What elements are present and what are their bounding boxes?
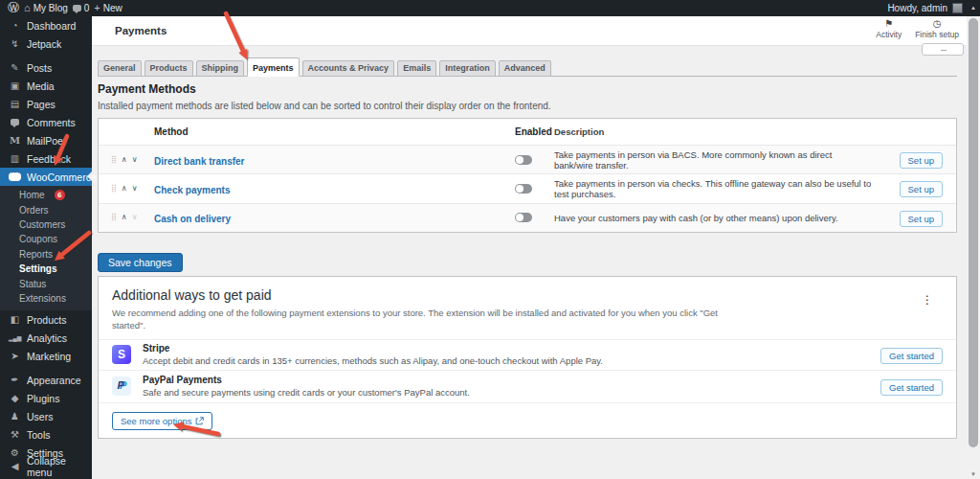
set-up-button[interactable]: Set up	[900, 152, 943, 169]
save-changes-button[interactable]: Save changes	[98, 253, 183, 272]
sidebar-item-marketing[interactable]: ➤ Marketing	[0, 347, 92, 365]
sidebar-item-analytics[interactable]: ▂▄▆ Analytics	[0, 329, 92, 347]
provider-row-paypal: P P PayPal Payments Safe and secure paym…	[99, 370, 956, 402]
woocommerce-submenu: Home 6 Orders Customers Coupons Reports …	[0, 186, 92, 310]
new-content-menu[interactable]: + New	[94, 3, 122, 13]
comments-shortcut[interactable]: 0	[73, 3, 90, 13]
activity-button[interactable]: ⚑ Activity	[876, 19, 902, 39]
sidebar-item-feedback[interactable]: ▥ Feedback	[0, 149, 92, 168]
get-started-button[interactable]: Get started	[880, 379, 943, 396]
posts-icon: ✎	[9, 63, 21, 73]
provider-description: Safe and secure payments using credit ca…	[143, 387, 470, 398]
sidebar-item-wc-reports[interactable]: Reports	[0, 247, 92, 262]
sidebar-item-wc-orders[interactable]: Orders	[0, 202, 92, 217]
column-enabled: Enabled	[515, 126, 554, 137]
payment-methods-table: Method Enabled Description ⣿ ∧ ∨ Direct …	[98, 118, 957, 233]
sidebar-item-dashboard[interactable]: ◔ Dashboard	[0, 16, 92, 34]
enabled-toggle[interactable]	[515, 155, 532, 165]
table-row: ⣿ ∧ ∨ Direct bank transfer Take payments…	[99, 145, 956, 173]
woocommerce-header: Payments ⚑ Activity ◷ Finish setup	[92, 16, 967, 46]
scrollbar-thumb[interactable]	[969, 18, 978, 447]
tab-general[interactable]: General	[98, 60, 142, 77]
tab-products[interactable]: Products	[145, 60, 193, 77]
tab-accounts-privacy[interactable]: Accounts & Privacy	[302, 60, 395, 77]
drag-handle-icon[interactable]: ⣿	[111, 214, 117, 221]
finish-setup-button[interactable]: ◷ Finish setup	[915, 19, 959, 39]
notification-badge: 6	[55, 190, 65, 200]
main-content: Payments ⚑ Activity ◷ Finish setup Gener…	[92, 16, 967, 479]
provider-row-stripe: S Stripe Accept debit and credit cards i…	[99, 339, 956, 370]
sidebar-item-wc-status[interactable]: Status	[0, 276, 92, 290]
flag-icon: ⚑	[884, 19, 893, 29]
table-header-row: Method Enabled Description	[99, 119, 956, 145]
move-down-icon[interactable]: ∨	[132, 214, 138, 221]
user-avatar[interactable]	[952, 3, 963, 13]
method-link[interactable]: Cash on delivery	[154, 214, 231, 224]
sidebar-item-posts[interactable]: ✎ Posts	[0, 58, 92, 77]
sidebar-item-wc-customers[interactable]: Customers	[0, 217, 92, 232]
move-up-icon[interactable]: ∧	[122, 156, 127, 164]
media-icon: ▣	[9, 81, 21, 91]
partial-popover	[922, 43, 964, 56]
kebab-menu-icon[interactable]: ⋮	[922, 294, 933, 306]
sidebar-item-products[interactable]: ◧ Products	[0, 310, 92, 329]
tab-emails[interactable]: Emails	[397, 60, 436, 77]
move-down-icon[interactable]: ∨	[132, 185, 138, 193]
sidebar-item-woocommerce[interactable]: WooCommerce	[0, 168, 92, 186]
sidebar-item-media[interactable]: ▣ Media	[0, 77, 92, 95]
tab-integration[interactable]: Integration	[439, 60, 496, 77]
pages-icon: ▤	[9, 100, 21, 109]
sidebar-item-plugins[interactable]: ◆ Plugins	[0, 389, 92, 407]
enabled-toggle[interactable]	[515, 184, 532, 194]
sidebar-item-wc-coupons[interactable]: Coupons	[0, 232, 92, 246]
sidebar-item-mailpoet[interactable]: M MailPoet	[0, 131, 92, 149]
browser-scrollbar[interactable]: ▲ ▼	[967, 0, 980, 479]
get-started-button[interactable]: Get started	[880, 348, 943, 364]
wordpress-logo-icon[interactable]: Ⓦ	[8, 0, 19, 16]
table-row: ⣿ ∧ ∨ Cash on delivery Have your custome…	[99, 203, 956, 232]
paypal-logo-icon: P P	[112, 376, 131, 396]
method-link[interactable]: Direct bank transfer	[154, 156, 244, 167]
howdy-account-menu[interactable]: Howdy, admin	[887, 3, 947, 13]
current-menu-notch	[87, 171, 92, 181]
sidebar-item-comments[interactable]: Comments	[0, 113, 92, 131]
enabled-toggle[interactable]	[515, 213, 532, 222]
sidebar-item-tools[interactable]: ⚒ Tools	[0, 425, 92, 444]
new-label: New	[103, 3, 122, 13]
sidebar-item-appearance[interactable]: ✒ Appearance	[0, 371, 92, 389]
tab-advanced[interactable]: Advanced	[499, 60, 551, 77]
comment-count: 0	[84, 3, 90, 13]
dashboard-icon: ◔	[9, 21, 21, 31]
tab-payments[interactable]: Payments	[247, 57, 300, 77]
drag-handle-icon[interactable]: ⣿	[111, 156, 117, 164]
method-link[interactable]: Check payments	[154, 185, 230, 195]
drag-handle-icon[interactable]: ⣿	[111, 185, 117, 193]
set-up-button[interactable]: Set up	[900, 211, 943, 227]
collapse-icon: ◀	[9, 462, 21, 471]
sidebar-item-wc-extensions[interactable]: Extensions	[0, 291, 92, 306]
scroll-up-icon[interactable]: ▲	[967, 0, 980, 16]
appearance-icon: ✒	[9, 376, 21, 385]
provider-name: Stripe	[143, 343, 603, 354]
stripe-logo-icon: S	[112, 345, 131, 364]
move-up-icon[interactable]: ∧	[122, 185, 127, 193]
additional-ways-card: Additional ways to get paid We recommend…	[98, 276, 957, 439]
scroll-down-icon[interactable]: ▼	[967, 471, 980, 477]
section-description: Installed payment methods are listed bel…	[98, 101, 551, 111]
sidebar-item-wc-settings[interactable]: Settings	[0, 262, 92, 276]
move-down-icon[interactable]: ∨	[132, 156, 138, 164]
sidebar-item-wc-home[interactable]: Home 6	[0, 188, 92, 202]
sidebar-item-pages[interactable]: ▤ Pages	[0, 95, 92, 113]
see-more-options-button[interactable]: See more options	[112, 412, 212, 430]
set-up-button[interactable]: Set up	[900, 181, 943, 197]
collapse-menu-button[interactable]: ◀ Collapse menu	[0, 457, 92, 475]
sidebar-item-users[interactable]: ♟ Users	[0, 407, 92, 425]
comment-bubble-icon	[73, 5, 81, 11]
tab-shipping[interactable]: Shipping	[196, 60, 245, 77]
mailpoet-icon: M	[9, 136, 21, 146]
site-menu[interactable]: ⌂ My Blog	[24, 3, 68, 13]
sidebar-item-jetpack[interactable]: ↯ Jetpack	[0, 34, 92, 53]
move-up-icon[interactable]: ∧	[122, 214, 127, 221]
woocommerce-icon	[9, 172, 21, 181]
wp-admin-bar: Ⓦ ⌂ My Blog 0 + New Howdy, admin	[0, 0, 980, 16]
